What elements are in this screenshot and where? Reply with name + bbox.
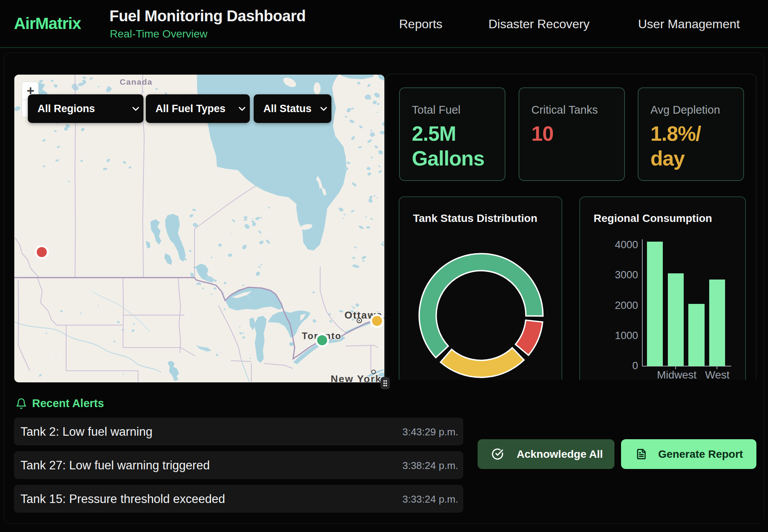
svg-text:Canada: Canada — [120, 77, 153, 86]
svg-text:West: West — [705, 369, 729, 381]
svg-text:New York: New York — [331, 373, 382, 382]
svg-text:Midwest: Midwest — [657, 369, 697, 381]
